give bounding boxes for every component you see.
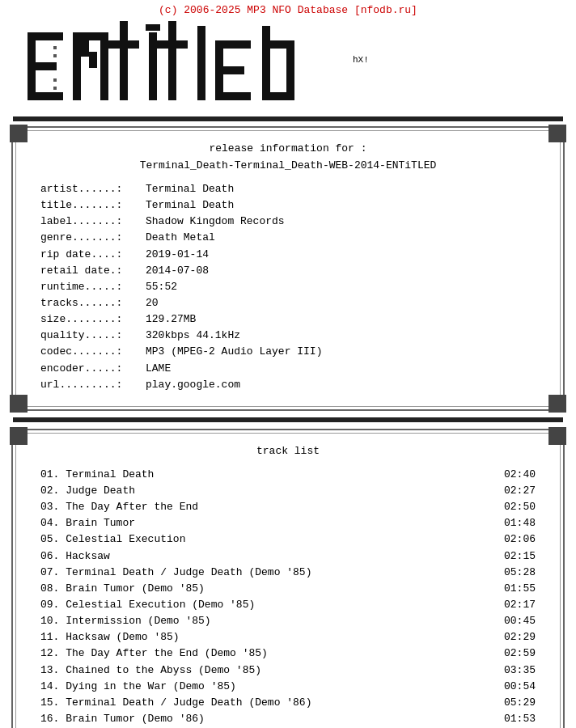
release-field-row: tracks......: 20 — [40, 295, 536, 311]
svg-rect-28 — [270, 49, 286, 92]
field-value: MP3 (MPEG-2 Audio Layer III) — [146, 344, 322, 360]
field-label: retail date.: — [40, 263, 146, 279]
track-title: 14. Dying in the War (Demo '85) — [40, 679, 236, 695]
corner-bl — [10, 395, 28, 413]
svg-rect-22 — [225, 49, 251, 66]
track-title: 15. Terminal Death / Judge Death (Demo '… — [40, 695, 311, 711]
svg-rect-31 — [53, 78, 57, 82]
track-duration: 02:17 — [495, 597, 536, 613]
track-row: 08. Brain Tumor (Demo '85)01:55 — [40, 581, 536, 597]
release-field-row: size........: 129.27MB — [40, 311, 536, 328]
svg-rect-15 — [168, 21, 176, 100]
field-value: Shadow Kingdom Records — [146, 214, 285, 230]
release-id: Terminal_Death-Terminal_Death-WEB-2014-E… — [40, 159, 536, 171]
release-fields: artist......: Terminal Deathtitle.......… — [40, 181, 536, 393]
svg-text:hX!: hX! — [353, 55, 369, 65]
field-value: 129.27MB — [146, 311, 196, 328]
track-row: 05. Celestial Execution02:06 — [40, 531, 536, 548]
copyright-text: (c) 2006-2025 MP3 NFO Database [nfodb.ru… — [159, 4, 417, 16]
release-field-row: genre.......: Death Metal — [40, 230, 536, 246]
release-field-row: title.......: Terminal Death — [40, 197, 536, 214]
field-label: rip date....: — [40, 247, 146, 263]
field-label: artist......: — [40, 181, 146, 197]
field-label: encoder.....: — [40, 361, 146, 377]
track-row: 10. Intermission (Demo '85)00:45 — [40, 613, 536, 629]
track-title: 05. Celestial Execution — [40, 531, 185, 548]
field-label: genre.......: — [40, 230, 146, 246]
track-duration: 00:54 — [495, 679, 536, 695]
track-duration: 02:15 — [495, 548, 536, 565]
svg-rect-9 — [81, 40, 89, 57]
track-duration: 02:27 — [495, 483, 536, 499]
track-duration: 03:35 — [495, 662, 536, 679]
svg-rect-4 — [37, 40, 63, 62]
field-value: LAME — [146, 361, 171, 377]
svg-rect-8 — [100, 32, 108, 100]
field-label: url.........: — [40, 377, 146, 393]
track-duration: 05:28 — [495, 565, 536, 581]
track-title: 16. Brain Tumor (Demo '86) — [40, 711, 205, 727]
svg-rect-20 — [215, 66, 244, 74]
svg-rect-23 — [225, 74, 251, 92]
track-duration: 01:53 — [495, 711, 536, 727]
corner-br — [548, 395, 566, 413]
track-title: 12. The Day After the End (Demo '85) — [40, 645, 268, 662]
svg-rect-13 — [149, 32, 157, 100]
track-row: 07. Terminal Death / Judge Death (Demo '… — [40, 565, 536, 581]
release-field-row: label.......: Shadow Kingdom Records — [40, 214, 536, 230]
tracklist-panel: track list 01. Terminal Death02:4002. Ju… — [11, 429, 565, 728]
field-value: 2014-07-08 — [146, 263, 209, 279]
track-row: 15. Terminal Death / Judge Death (Demo '… — [40, 695, 536, 711]
svg-rect-10 — [89, 52, 97, 68]
field-value: 55:52 — [146, 279, 177, 295]
corner-tr — [548, 125, 566, 142]
svg-rect-11 — [120, 21, 128, 100]
track-duration: 00:45 — [495, 613, 536, 629]
track-title: 03. The Day After the End — [40, 499, 198, 515]
svg-rect-6 — [73, 32, 81, 100]
release-field-row: codec.......: MP3 (MPEG-2 Audio Layer II… — [40, 344, 536, 360]
track-title: 01. Terminal Death — [40, 467, 154, 483]
field-label: label.......: — [40, 214, 146, 230]
track-row: 06. Hacksaw02:15 — [40, 548, 536, 565]
svg-rect-30 — [53, 54, 57, 57]
track-row: 04. Brain Tumor01:48 — [40, 515, 536, 531]
track-duration: 02:29 — [495, 629, 536, 645]
svg-rect-5 — [37, 70, 63, 92]
track-duration: 02:50 — [495, 499, 536, 515]
svg-rect-21 — [215, 92, 251, 100]
svg-rect-32 — [53, 87, 57, 90]
tracklist-title: track list — [40, 445, 536, 457]
tl-corner-tr — [548, 427, 566, 445]
track-duration: 02:40 — [495, 467, 536, 483]
copyright-line: (c) 2006-2025 MP3 NFO Database [nfodb.ru… — [0, 0, 576, 16]
svg-rect-14 — [146, 24, 160, 31]
release-field-row: url.........: play.google.com — [40, 377, 536, 393]
svg-rect-25 — [262, 40, 286, 49]
mid-bar — [13, 417, 563, 422]
field-label: size........: — [40, 311, 146, 328]
field-value: 2019-01-14 — [146, 247, 209, 263]
field-label: runtime.....: — [40, 279, 146, 295]
track-row: 12. The Day After the End (Demo '85)02:5… — [40, 645, 536, 662]
release-field-row: encoder.....: LAME — [40, 361, 536, 377]
track-title: 07. Terminal Death / Judge Death (Demo '… — [40, 565, 311, 581]
release-field-row: quality.....: 320kbps 44.1kHz — [40, 328, 536, 344]
logo-area: hX! — [0, 16, 576, 115]
svg-rect-16 — [157, 40, 188, 49]
track-duration: 01:48 — [495, 515, 536, 531]
track-row: 09. Celestial Execution (Demo '85)02:17 — [40, 597, 536, 613]
track-row: 03. The Day After the End02:50 — [40, 499, 536, 515]
field-value: Death Metal — [146, 230, 215, 246]
svg-rect-29 — [53, 46, 57, 49]
track-row: 02. Judge Death02:27 — [40, 483, 536, 499]
svg-rect-12 — [108, 40, 139, 49]
tracklist-inner: track list 01. Terminal Death02:4002. Ju… — [15, 433, 561, 728]
field-label: quality.....: — [40, 328, 146, 344]
track-title: 08. Brain Tumor (Demo '85) — [40, 581, 205, 597]
corner-tl — [10, 125, 28, 142]
track-row: 01. Terminal Death02:40 — [40, 467, 536, 483]
release-field-row: artist......: Terminal Death — [40, 181, 536, 197]
track-title: 06. Hacksaw — [40, 548, 110, 565]
release-section-title: release information for : — [40, 142, 536, 154]
